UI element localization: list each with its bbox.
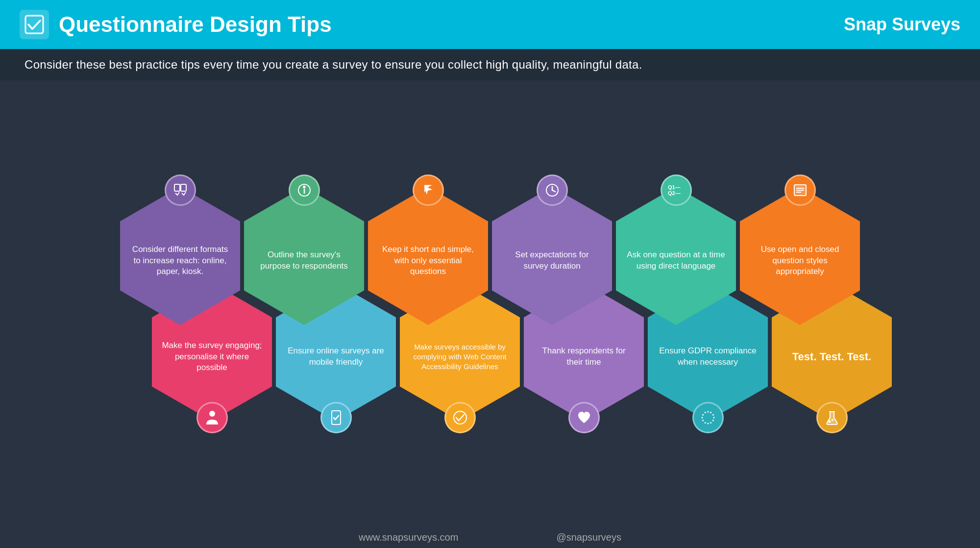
- icon-info: [289, 174, 320, 206]
- footer-website: www.snapsurveys.com: [359, 532, 458, 543]
- svg-point-5: [303, 186, 305, 188]
- svg-point-24: [710, 422, 711, 423]
- hex-consider-formats: Consider different formats to increase r…: [120, 179, 240, 318]
- hex-text-consider-formats: Consider different formats to increase r…: [130, 244, 230, 278]
- svg-point-16: [209, 411, 215, 417]
- svg-point-30: [704, 412, 706, 413]
- icon-clock: [537, 174, 568, 206]
- hex-text-test: Test. Test. Test.: [792, 348, 871, 365]
- icon-list: [784, 174, 816, 206]
- hex-text-gdpr: Ensure GDPR compliance when necessary: [658, 346, 758, 368]
- hex-text-open-closed: Use open and closed question styles appr…: [750, 244, 850, 278]
- svg-point-29: [702, 414, 704, 416]
- icon-check-circle: [444, 402, 476, 433]
- hex-keep-short: Keep it short and simple, with only esse…: [368, 179, 488, 318]
- header-left: Questionnaire Design Tips: [20, 10, 332, 39]
- icon-person: [196, 402, 228, 433]
- hex-text-one-question: Ask one question at a time using direct …: [626, 249, 726, 272]
- page-title: Questionnaire Design Tips: [59, 12, 332, 37]
- header-checkbox-icon: [20, 10, 49, 39]
- svg-point-27: [702, 420, 704, 421]
- hex-open-closed: Use open and closed question styles appr…: [740, 179, 860, 318]
- svg-point-20: [710, 412, 711, 413]
- svg-point-28: [701, 417, 703, 419]
- icon-flask: [816, 402, 848, 433]
- svg-point-22: [713, 417, 714, 419]
- footer: www.snapsurveys.com @snapsurveys: [0, 523, 980, 548]
- icon-q1q2: Q1— Q2—: [661, 174, 692, 206]
- svg-text:Q2—: Q2—: [668, 190, 681, 196]
- svg-point-26: [704, 422, 706, 423]
- footer-twitter: @snapsurveys: [556, 532, 621, 543]
- icon-mobile-check: [320, 402, 352, 433]
- svg-line-9: [552, 190, 555, 192]
- svg-point-23: [712, 420, 713, 421]
- svg-point-21: [712, 414, 713, 416]
- svg-point-19: [707, 411, 709, 413]
- hex-text-make-engaging: Make the survey engaging; personalise it…: [162, 340, 262, 374]
- svg-point-33: [832, 420, 833, 421]
- hex-one-question: Q1— Q2— Ask one question at a time using…: [616, 179, 736, 318]
- top-hex-row: Consider different formats to increase r…: [118, 179, 862, 318]
- hex-text-thank-respondents: Thank respondents for their time: [534, 346, 634, 368]
- icon-heart: [568, 402, 600, 433]
- hex-text-set-expectations: Set expectations for survey duration: [502, 249, 602, 272]
- icon-forms: [165, 174, 196, 206]
- hexagon-grid: Consider different formats to increase r…: [15, 179, 965, 428]
- svg-point-32: [829, 421, 830, 423]
- hex-outline-purpose: Outline the survey's purpose to responde…: [244, 179, 364, 318]
- hex-text-mobile-friendly: Ensure online surveys are mobile friendl…: [286, 346, 386, 368]
- hex-text-keep-short: Keep it short and simple, with only esse…: [378, 244, 478, 278]
- svg-text:Q1—: Q1—: [668, 184, 681, 190]
- icon-send: [413, 174, 444, 206]
- hex-set-expectations: Set expectations for survey duration: [492, 179, 612, 318]
- svg-rect-1: [174, 184, 180, 191]
- header: Questionnaire Design Tips Snap Surveys: [0, 0, 980, 49]
- main-content: Consider different formats to increase r…: [0, 80, 980, 523]
- svg-rect-2: [181, 184, 186, 191]
- icon-eu-stars: [692, 402, 724, 433]
- hex-text-accessible: Make surveys accessible by complying wit…: [410, 342, 510, 372]
- svg-point-25: [707, 423, 709, 424]
- subtitle: Consider these best practice tips every …: [0, 49, 980, 80]
- brand-logo: Snap Surveys: [844, 14, 960, 35]
- hex-text-outline-purpose: Outline the survey's purpose to responde…: [254, 249, 354, 272]
